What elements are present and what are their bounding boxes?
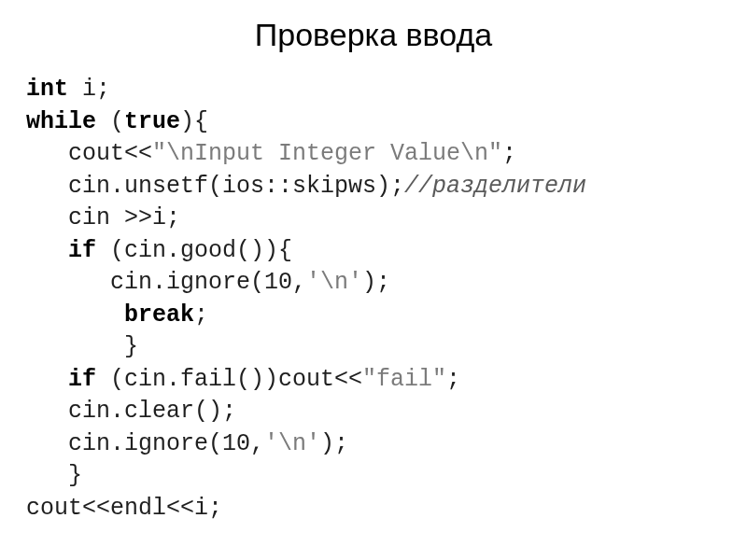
keyword-int: int	[26, 76, 68, 103]
code-line: cout<<endl<<i;	[26, 495, 222, 522]
code-line: cout<<"\nInput Integer Value\n";	[26, 140, 516, 167]
code-text: }	[26, 333, 138, 360]
code-line: while (true){	[26, 108, 208, 135]
code-text: ;	[446, 366, 460, 393]
code-text: cin.ignore(10,	[26, 269, 306, 296]
code-text: cout<<	[26, 140, 152, 167]
keyword-if: if	[68, 366, 96, 393]
slide-title: Проверка ввода	[26, 17, 721, 53]
code-line: cin.clear();	[26, 398, 236, 425]
code-line: cin.ignore(10,'\n');	[26, 430, 348, 457]
code-text: cin.unsetf(ios::skipws);	[26, 173, 404, 200]
keyword-while: while	[26, 108, 96, 135]
code-text	[26, 237, 68, 264]
code-text: }	[26, 462, 82, 489]
code-line: cin.unsetf(ios::skipws);//разделители	[26, 173, 586, 200]
code-text: ){	[180, 108, 208, 135]
code-text: cin >>i;	[26, 204, 180, 231]
code-text: cout<<endl<<i;	[26, 495, 222, 522]
code-text: i;	[68, 76, 110, 103]
code-line: if (cin.good()){	[26, 237, 292, 264]
code-line: break;	[26, 301, 208, 329]
comment: //разделители	[404, 173, 586, 200]
char-literal: '\n'	[264, 430, 320, 457]
code-text: );	[320, 430, 348, 457]
code-line: }	[26, 333, 138, 360]
keyword-if: if	[68, 237, 96, 264]
code-text: ;	[502, 140, 516, 167]
code-text	[26, 301, 124, 329]
code-text: ;	[194, 301, 208, 329]
code-text: cin.clear();	[26, 398, 236, 425]
char-literal: '\n'	[306, 269, 362, 296]
code-text: (cin.good()){	[96, 237, 292, 264]
code-text: (cin.fail())cout<<	[96, 366, 362, 393]
code-text	[26, 366, 68, 393]
string-literal: "\nInput Integer Value\n"	[152, 140, 502, 167]
string-literal: "fail"	[362, 366, 446, 393]
code-line: }	[26, 462, 82, 489]
code-line: cin >>i;	[26, 204, 180, 231]
keyword-break: break	[124, 301, 194, 329]
code-text: cin.ignore(10,	[26, 430, 264, 457]
code-line: int i;	[26, 76, 110, 103]
code-line: if (cin.fail())cout<<"fail";	[26, 366, 460, 393]
code-text: (	[96, 108, 124, 135]
code-block: int i; while (true){ cout<<"\nInput Inte…	[26, 74, 721, 525]
code-text: );	[362, 269, 390, 296]
code-line: cin.ignore(10,'\n');	[26, 269, 390, 296]
keyword-true: true	[124, 108, 180, 135]
